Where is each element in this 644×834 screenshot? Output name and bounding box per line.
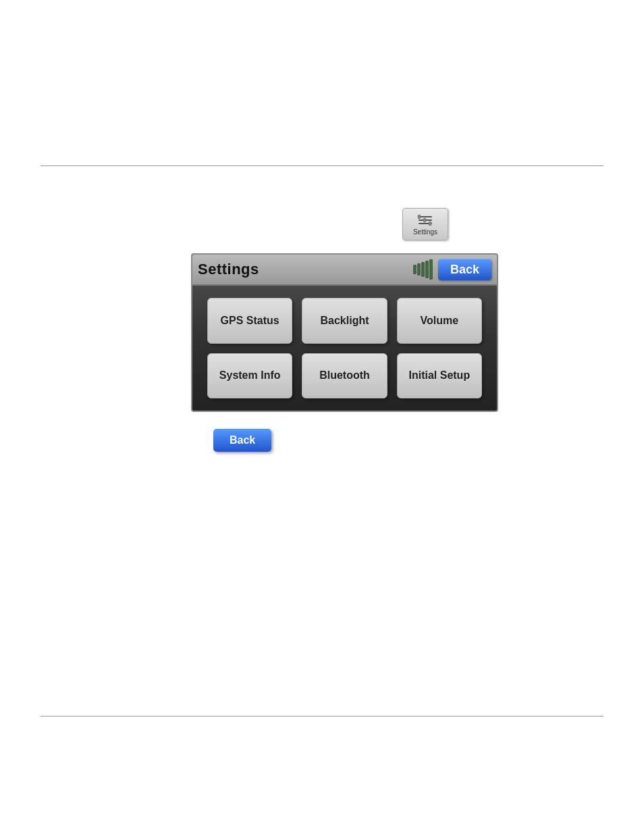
battery-bar-2 <box>417 263 421 276</box>
bluetooth-button[interactable]: Bluetooth <box>302 353 387 399</box>
system-info-button[interactable]: System Info <box>207 353 292 399</box>
battery-bar-5 <box>429 259 433 280</box>
svg-rect-3 <box>418 215 421 219</box>
backlight-button[interactable]: Backlight <box>302 298 387 344</box>
settings-icon <box>416 213 435 227</box>
gps-status-button[interactable]: GPS Status <box>207 298 292 344</box>
svg-rect-5 <box>429 221 431 226</box>
divider-bottom <box>41 716 603 716</box>
settings-icon-button[interactable]: Settings <box>402 208 448 240</box>
volume-button[interactable]: Volume <box>397 298 482 344</box>
back-button-header[interactable]: Back <box>438 259 491 280</box>
battery-bar-3 <box>421 262 425 277</box>
battery-bar-4 <box>425 261 429 278</box>
divider-top <box>41 165 603 166</box>
settings-grid: GPS Status Backlight Volume System Info … <box>192 286 497 411</box>
settings-header: Settings Back <box>192 255 497 286</box>
back-button-below[interactable]: Back <box>213 429 271 452</box>
initial-setup-button[interactable]: Initial Setup <box>397 353 482 399</box>
settings-icon-label: Settings <box>413 228 437 236</box>
settings-panel: Settings Back GPS Status Backlight Volum… <box>191 253 498 412</box>
settings-title: Settings <box>198 261 259 278</box>
battery-bar-1 <box>413 265 417 274</box>
battery-indicator <box>413 259 433 280</box>
header-right: Back <box>413 259 491 280</box>
svg-rect-4 <box>423 218 426 222</box>
